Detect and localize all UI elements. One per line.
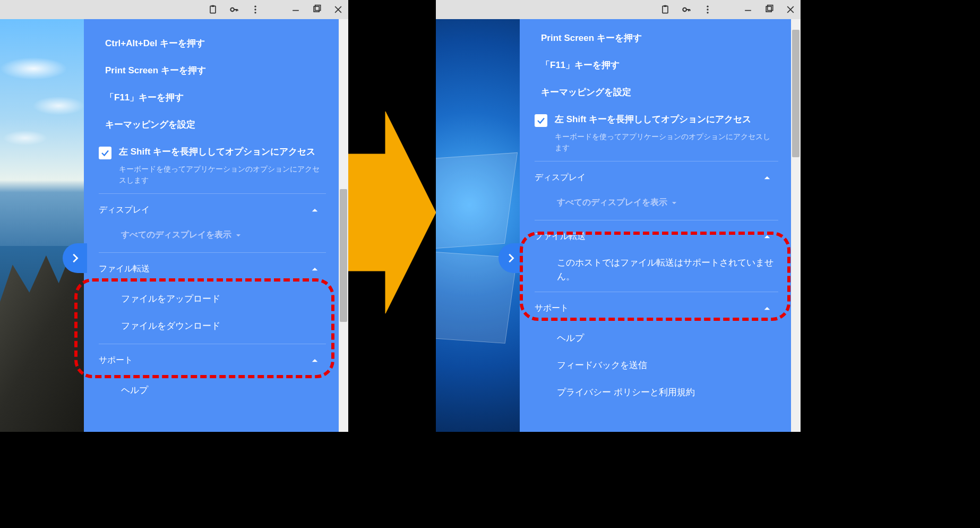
minimize-icon[interactable] [742,4,754,15]
f11-item[interactable]: 「F11」キーを押す [535,52,778,79]
svg-rect-18 [766,6,771,12]
close-icon[interactable] [785,4,796,15]
maximize-icon[interactable] [763,4,775,15]
privacy-item[interactable]: プライバシー ポリシーと利用規約 [535,379,778,406]
shift-option-desc: キーボードを使ってアプリケーションのオプションにアクセスします [535,130,778,161]
file-transfer-section-header[interactable]: ファイル転送 [99,252,326,285]
chevron-up-icon [310,356,320,365]
svg-point-13 [683,8,686,12]
arrow-annotation [348,96,436,329]
desktop-background-right [436,19,520,432]
show-all-displays-item[interactable]: すべてのディスプレイを表示 [535,194,778,220]
svg-point-16 [707,12,708,13]
titlebar [436,0,801,19]
feedback-item[interactable]: フィードバックを送信 [535,352,778,379]
svg-rect-11 [663,6,668,13]
svg-rect-7 [314,6,319,12]
options-panel: Print Screen キーを押す 「F11」キーを押す キーマッピングを設定… [520,19,791,432]
svg-rect-19 [768,5,773,11]
desktop-background-left [0,19,84,432]
close-icon[interactable] [332,4,344,15]
file-transfer-unsupported-text: このホストではファイル転送はサポートされていません。 [535,253,778,292]
shift-option-checkbox[interactable] [99,147,111,159]
svg-point-4 [254,8,256,10]
key-icon[interactable] [681,4,692,15]
file-transfer-section-header[interactable]: ファイル転送 [535,220,778,253]
help-item[interactable]: ヘルプ [535,325,778,352]
ctrl-alt-del-item[interactable]: Ctrl+Alt+Del キーを押す [99,30,326,57]
titlebar [0,0,348,19]
file-upload-item[interactable]: ファイルをアップロード [99,285,326,312]
print-screen-item[interactable]: Print Screen キーを押す [99,57,326,84]
svg-point-14 [707,6,708,7]
svg-point-5 [254,12,256,13]
minimize-icon[interactable] [290,4,302,15]
support-header-label: サポート [535,303,569,314]
chevron-up-icon [310,206,320,215]
shift-option-checkbox[interactable] [535,114,547,127]
clipboard-icon[interactable] [659,4,671,15]
svg-marker-22 [348,112,436,313]
display-section-header[interactable]: ディスプレイ [535,161,778,194]
clipboard-icon[interactable] [207,4,219,15]
shift-option-row[interactable]: 左 Shift キーを長押ししてオプションにアクセス [535,106,778,130]
shift-option-label: 左 Shift キーを長押ししてオプションにアクセス [119,146,315,159]
scrollbar[interactable] [791,19,801,432]
scrollbar-thumb[interactable] [792,30,800,157]
file-download-item[interactable]: ファイルをダウンロード [99,312,326,339]
right-window: Print Screen キーを押す 「F11」キーを押す キーマッピングを設定… [436,0,801,432]
support-section-header[interactable]: サポート [535,292,778,325]
shift-option-desc: キーボードを使ってアプリケーションのオプションにアクセスします [99,163,326,193]
scrollbar[interactable] [339,19,348,432]
dropdown-icon [670,199,678,207]
left-window: Ctrl+Alt+Del キーを押す Print Screen キーを押す 「F… [0,0,348,432]
help-item[interactable]: ヘルプ [99,377,326,396]
svg-point-3 [254,6,256,7]
scrollbar-thumb[interactable] [340,189,347,322]
more-vert-icon[interactable] [702,4,713,15]
support-header-label: サポート [99,355,133,366]
file-transfer-header-label: ファイル転送 [535,231,586,242]
chevron-up-icon [310,265,320,274]
dropdown-icon [235,232,242,239]
display-section-header[interactable]: ディスプレイ [99,193,326,226]
display-header-label: ディスプレイ [535,172,586,183]
display-header-label: ディスプレイ [99,205,150,216]
chevron-up-icon [762,232,772,242]
shift-option-label: 左 Shift キーを長押ししてオプションにアクセス [555,113,751,126]
options-panel: Ctrl+Alt+Del キーを押す Print Screen キーを押す 「F… [84,19,339,432]
show-all-displays-item[interactable]: すべてのディスプレイを表示 [99,226,326,252]
key-mapping-item[interactable]: キーマッピングを設定 [535,79,778,106]
key-mapping-item[interactable]: キーマッピングを設定 [99,111,326,138]
chevron-up-icon [762,173,772,183]
support-section-header[interactable]: サポート [99,344,326,377]
svg-point-15 [707,8,708,10]
print-screen-item[interactable]: Print Screen キーを押す [535,30,778,52]
svg-rect-12 [664,5,667,7]
chevron-up-icon [762,304,772,313]
shift-option-row[interactable]: 左 Shift キーを長押ししてオプションにアクセス [99,138,326,163]
maximize-icon[interactable] [311,4,323,15]
more-vert-icon[interactable] [250,4,261,15]
svg-point-2 [230,8,234,12]
file-transfer-header-label: ファイル転送 [99,263,150,275]
key-icon[interactable] [228,4,240,15]
svg-rect-1 [212,5,214,7]
svg-rect-0 [210,6,216,13]
svg-rect-8 [315,5,321,11]
f11-item[interactable]: 「F11」キーを押す [99,84,326,111]
